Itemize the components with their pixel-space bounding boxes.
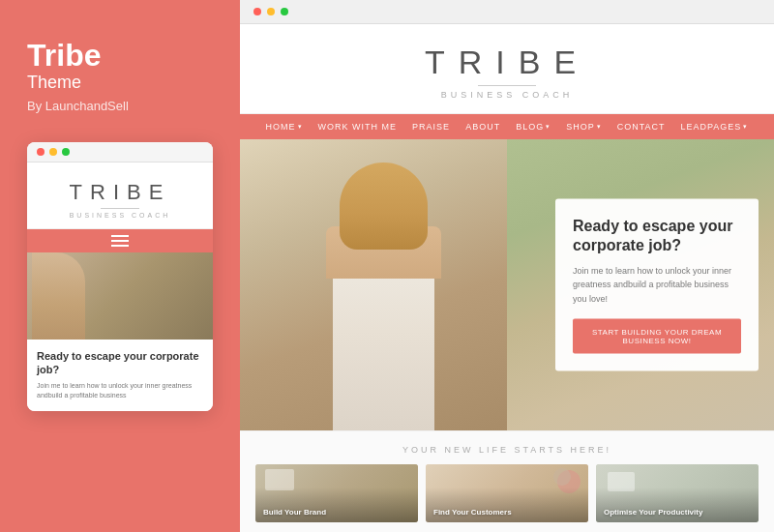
nav-praise[interactable]: PRAISE [412,122,450,132]
dot-green [62,148,70,156]
desktop-site-header: TRIBE BUSINESS COACH [240,24,774,114]
hero-cta-button[interactable]: Start building your dream business now! [573,319,741,354]
nav-about[interactable]: ABOUT [465,122,500,132]
mobile-body-text: Join me to learn how to unlock your inne… [37,381,203,401]
dot-yellow [49,148,57,156]
mobile-browser-bar [27,142,213,163]
desktop-logo: TRIBE [259,44,755,81]
nav-blog[interactable]: BLOG ▾ [516,122,551,132]
hero-woman-area [240,139,507,430]
mobile-headline-box: Ready to escape your corporate job? Join… [27,340,213,411]
hamburger-icon [111,235,129,247]
desktop-hero: Ready to escape your corporate job? Join… [240,139,774,430]
theme-subtitle: Theme [27,73,129,93]
mobile-logo: TRIBE [37,180,203,205]
desktop-tagline: BUSINESS COACH [259,90,755,100]
mobile-hero-image [27,252,213,340]
right-panel: TRIBE BUSINESS COACH HOME ▾ WORK WITH ME… [240,0,774,532]
desktop-website-preview: TRIBE BUSINESS COACH HOME ▾ WORK WITH ME… [240,24,774,532]
nav-work-with-me[interactable]: WORK WITH ME [318,122,398,132]
mobile-tagline: BUSINESS COACH [37,212,203,219]
feature-card-2-label: Find Your Customers [433,508,580,517]
desktop-bottom-section: YOUR NEW LIFE STARTS HERE! Build Your Br… [240,430,774,532]
desktop-nav: HOME ▾ WORK WITH ME PRAISE ABOUT BLOG ▾ … [240,114,774,139]
left-panel: Tribe Theme By LaunchandSell TRIBE BUSIN… [0,0,240,532]
desktop-dot-green [281,8,288,15]
mobile-site-header: TRIBE BUSINESS COACH [27,163,213,229]
mobile-headline: Ready to escape your corporate job? [37,349,203,377]
theme-author: By LaunchandSell [27,99,129,113]
hero-body-text: Join me to learn how to unlock your inne… [573,264,741,306]
dot-red [37,148,45,156]
desktop-dot-yellow [267,8,275,15]
nav-contact[interactable]: CONTACT [617,122,666,132]
nav-shop-arrow: ▾ [597,123,602,131]
feature-cards: Build Your Brand Find Your Customers [255,464,759,522]
feature-card-3: Optimise Your Productivity [596,464,759,522]
mobile-preview-card: TRIBE BUSINESS COACH Ready to escape you… [27,142,213,411]
feature-card-1: Build Your Brand [255,464,418,522]
theme-title: Tribe [27,39,129,73]
desktop-browser-bar [240,0,774,24]
section-label: YOUR NEW LIFE STARTS HERE! [255,445,759,455]
nav-home[interactable]: HOME ▾ [266,122,303,132]
nav-leadpages[interactable]: LEADPAGES ▾ [681,122,749,132]
nav-leadpages-arrow: ▾ [743,123,748,131]
nav-home-arrow: ▾ [298,123,303,131]
desktop-logo-line [478,85,536,86]
mobile-logo-line [101,208,139,209]
hero-woman-figure [319,139,455,430]
mobile-nav-bar [27,229,213,252]
feature-card-3-label: Optimise Your Productivity [604,508,751,517]
nav-shop[interactable]: SHOP ▾ [566,122,602,132]
hero-text-box: Ready to escape your corporate job? Join… [555,198,759,371]
mobile-hero-woman [32,252,85,340]
feature-card-2: Find Your Customers [426,464,588,522]
feature-card-1-label: Build Your Brand [263,508,410,517]
desktop-dot-red [253,8,261,15]
nav-blog-arrow: ▾ [546,123,551,131]
theme-title-group: Tribe Theme By LaunchandSell [27,39,129,142]
hero-headline: Ready to escape your corporate job? [573,216,741,256]
